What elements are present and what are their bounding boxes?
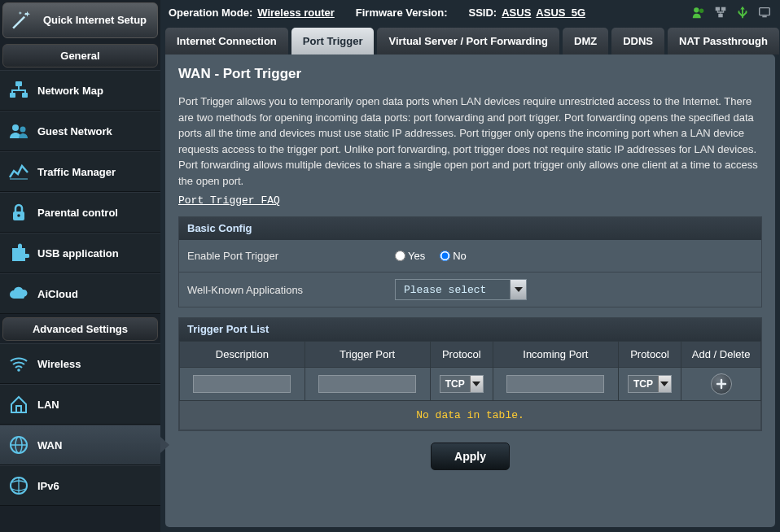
col-description: Description	[180, 342, 305, 368]
svg-point-16	[699, 9, 703, 13]
quick-internet-setup[interactable]: Quick Internet Setup	[2, 2, 158, 38]
sidebar-item-wan[interactable]: WAN	[0, 425, 160, 465]
device-icon[interactable]	[757, 5, 772, 20]
svg-rect-3	[22, 93, 28, 98]
svg-rect-2	[10, 93, 15, 98]
trigger-port-input[interactable]	[318, 375, 416, 393]
svg-rect-17	[716, 7, 720, 11]
traffic-manager-icon	[8, 161, 29, 182]
sidebar-item-label: AiCloud	[37, 288, 78, 300]
no-data-message: No data in table.	[179, 401, 761, 430]
basic-config-panel: Basic Config Enable Port Trigger Yes No	[178, 216, 762, 307]
tab-virtual-server[interactable]: Virtual Server / Port Forwarding	[377, 28, 559, 55]
fw-label: Firmware Version:	[356, 7, 448, 19]
svg-rect-20	[760, 8, 770, 15]
guest-network-icon	[8, 120, 29, 142]
svg-rect-9	[16, 406, 21, 412]
lock-icon	[8, 202, 29, 223]
sidebar-item-label: Guest Network	[37, 125, 112, 137]
col-protocol2: Protocol	[618, 342, 681, 368]
status-icons	[691, 5, 772, 20]
svg-point-15	[694, 7, 699, 12]
opmode-label: Operation Mode:	[169, 7, 252, 19]
wand-icon	[8, 9, 31, 32]
sidebar-item-aicloud[interactable]: AiCloud	[0, 273, 160, 314]
quick-setup-label: Quick Internet Setup	[37, 15, 152, 27]
tab-dmz[interactable]: DMZ	[563, 28, 608, 55]
wifi-icon	[8, 353, 29, 374]
well-known-apps-label: Well-Known Applications	[179, 274, 387, 306]
main: Operation Mode: Wireless router Firmware…	[160, 0, 780, 532]
add-button[interactable]	[711, 373, 732, 395]
content: WAN - Port Trigger Port Trigger allows y…	[165, 55, 775, 527]
sidebar-item-label: Parental control	[37, 207, 118, 219]
globe-icon	[8, 434, 29, 456]
svg-point-4	[12, 124, 19, 131]
section-advanced-header: Advanced Settings	[2, 317, 158, 341]
ssid-1[interactable]: ASUS	[502, 7, 531, 19]
clients-icon[interactable]	[691, 5, 706, 20]
tab-internet-connection[interactable]: Internet Connection	[165, 28, 288, 55]
svg-rect-1	[15, 81, 22, 86]
ssid-2[interactable]: ASUS_5G	[536, 7, 585, 19]
svg-rect-19	[718, 14, 722, 18]
tabs: Internet Connection Port Trigger Virtual…	[160, 21, 780, 55]
sidebar-item-label: Network Map	[37, 85, 103, 97]
basic-config-header: Basic Config	[179, 217, 761, 240]
sidebar-item-label: IPv6	[37, 480, 59, 492]
sidebar-item-label: USB application	[37, 247, 119, 259]
col-incoming-port: Incoming Port	[493, 342, 618, 368]
cloud-icon	[8, 283, 29, 304]
well-known-apps-select[interactable]: Please select	[395, 279, 527, 300]
incoming-port-input[interactable]	[506, 375, 604, 393]
sidebar-item-parental-control[interactable]: Parental control	[0, 192, 160, 233]
ipv6-icon	[8, 475, 29, 496]
well-known-apps-value: Please select	[396, 284, 510, 296]
sidebar-item-label: LAN	[37, 399, 59, 411]
sidebar-item-lan[interactable]: LAN	[0, 384, 160, 425]
svg-point-7	[17, 214, 20, 217]
sidebar-item-traffic-manager[interactable]: Traffic Manager	[0, 151, 160, 192]
page-title: WAN - Port Trigger	[178, 66, 762, 82]
network-icon[interactable]	[713, 5, 728, 20]
svg-point-8	[17, 368, 20, 372]
svg-point-5	[20, 127, 26, 133]
apply-button[interactable]: Apply	[431, 443, 510, 470]
sidebar-item-ipv6[interactable]: IPv6	[0, 465, 160, 506]
sidebar-item-guest-network[interactable]: Guest Network	[0, 111, 160, 151]
svg-rect-18	[721, 7, 725, 11]
trigger-port-list-panel: Trigger Port List Description Trigger Po…	[178, 317, 762, 431]
description-input[interactable]	[193, 375, 291, 393]
ssid-label: SSID:	[469, 7, 497, 19]
trigger-protocol-select[interactable]: TCP	[440, 375, 484, 393]
chevron-down-icon	[658, 376, 671, 392]
opmode-value[interactable]: Wireless router	[257, 7, 335, 19]
enable-no-radio[interactable]: No	[440, 250, 467, 262]
network-map-icon	[8, 80, 29, 101]
sidebar-item-label: WAN	[37, 439, 62, 451]
col-protocol: Protocol	[430, 342, 493, 368]
home-icon	[8, 394, 29, 415]
enable-yes-radio[interactable]: Yes	[395, 250, 425, 262]
col-add-delete: Add / Delete	[681, 342, 761, 368]
sidebar-item-usb-application[interactable]: USB application	[0, 233, 160, 273]
page-description: Port Trigger allows you to temporarily o…	[178, 94, 762, 189]
table-input-row: TCP TCP	[180, 368, 761, 401]
sidebar-item-wireless[interactable]: Wireless	[0, 343, 160, 384]
svg-rect-21	[762, 16, 766, 18]
trigger-port-list-header: Trigger Port List	[179, 318, 761, 341]
faq-link[interactable]: Port Trigger FAQ	[178, 194, 280, 207]
puzzle-icon	[8, 242, 29, 264]
chevron-down-icon	[470, 376, 483, 392]
usb-icon[interactable]	[735, 5, 750, 20]
tab-port-trigger[interactable]: Port Trigger	[291, 28, 375, 55]
enable-port-trigger-label: Enable Port Trigger	[179, 240, 387, 272]
tab-nat-passthrough[interactable]: NAT Passthrough	[668, 28, 779, 55]
sidebar-item-label: Wireless	[37, 358, 81, 370]
trigger-port-table: Description Trigger Port Protocol Incomi…	[179, 341, 761, 401]
section-general-header: General	[2, 44, 158, 68]
sidebar-item-network-map[interactable]: Network Map	[0, 70, 160, 111]
incoming-protocol-select[interactable]: TCP	[628, 375, 672, 393]
topbar: Operation Mode: Wireless router Firmware…	[160, 0, 780, 21]
tab-ddns[interactable]: DDNS	[611, 28, 664, 55]
